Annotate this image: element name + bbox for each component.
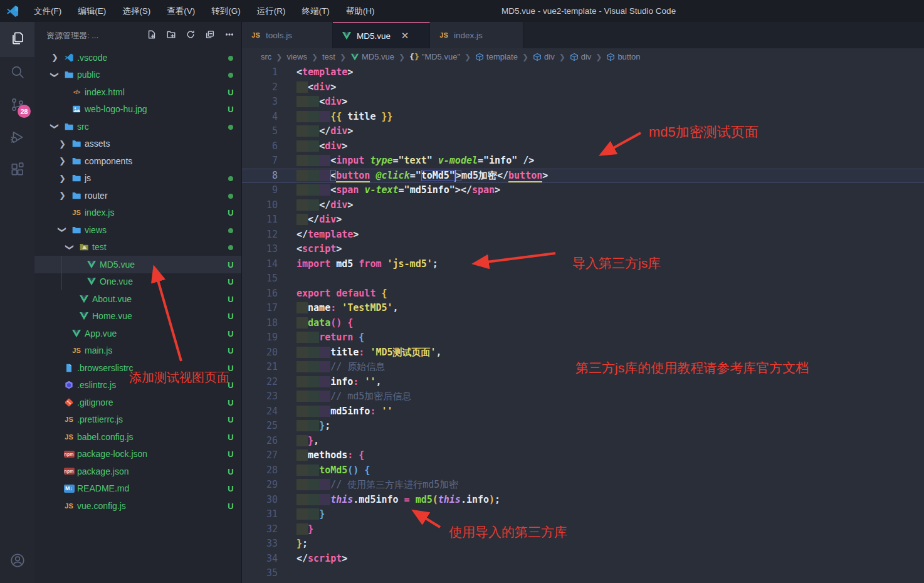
tree-item-package-lock.json[interactable]: npm package-lock.json U xyxy=(34,446,241,463)
code-line-6[interactable]: 6 <div> xyxy=(242,139,924,154)
code-line-30[interactable]: 30 this.md5info = md5(this.info); xyxy=(242,493,924,508)
tree-item-.prettierrc.js[interactable]: JS .prettierrc.js U xyxy=(34,411,241,429)
tree-item-components[interactable]: ❯ components xyxy=(34,152,241,170)
activitybar-search[interactable] xyxy=(0,57,34,90)
tree-item-views[interactable]: ❯ views xyxy=(34,221,241,239)
code-line-19[interactable]: 19 return { xyxy=(242,330,924,345)
tree-item-MD5.vue[interactable]: MD5.vue U xyxy=(34,256,241,273)
code-line-16[interactable]: 16export default { xyxy=(242,286,924,302)
breadcrumb-item[interactable]: test xyxy=(322,52,335,61)
tree-item-README.md[interactable]: M↓ README.md U xyxy=(34,480,241,498)
code-line-18[interactable]: 18 data() { xyxy=(242,316,924,331)
tab-tools.js[interactable]: JS tools.js xyxy=(242,22,333,48)
tree-item-public[interactable]: ❯ public xyxy=(34,66,241,84)
code-line-11[interactable]: 11 </div> xyxy=(242,213,924,228)
code-line-2[interactable]: 2 <div> xyxy=(242,80,924,95)
tree-item-index.html[interactable]: </> index.html U xyxy=(34,83,241,101)
tree-item-Home.vue[interactable]: Home.vue U xyxy=(34,308,241,325)
line-number: 10 xyxy=(242,198,278,213)
code-line-35[interactable]: 35 xyxy=(242,566,924,581)
code-line-33[interactable]: 33}; xyxy=(242,537,924,552)
menu-2[interactable]: 选择(S) xyxy=(114,0,159,22)
close-icon[interactable]: ✕ xyxy=(399,30,411,41)
menu-4[interactable]: 转到(G) xyxy=(203,0,249,22)
tree-item-src[interactable]: ❯ src xyxy=(34,118,241,135)
code-line-29[interactable]: 29 // 使用第三方库进行md5加密 xyxy=(242,478,924,493)
code-line-7[interactable]: 7 <input type="text" v-model="info" /> xyxy=(242,154,924,169)
menu-6[interactable]: 终端(T) xyxy=(294,0,338,22)
code-line-15[interactable]: 15 xyxy=(242,271,924,286)
code-line-26[interactable]: 26 }, xyxy=(242,434,924,449)
code-line-27[interactable]: 27 methods: { xyxy=(242,448,924,463)
tree-item-js[interactable]: ❯ js xyxy=(34,170,241,187)
code-line-3[interactable]: 3 <div> xyxy=(242,95,924,110)
code-line-14[interactable]: 14import md5 from 'js-md5'; xyxy=(242,257,924,272)
line-number: 6 xyxy=(242,139,278,154)
code-line-13[interactable]: 13<script> xyxy=(242,242,924,257)
code-editor[interactable]: 1<template> 2 <div> 3 <div> 4 {{ title }… xyxy=(242,65,924,583)
tree-item-.eslintrc.js[interactable]: .eslintrc.js U xyxy=(34,377,241,394)
code-line-22[interactable]: 22 info: '', xyxy=(242,375,924,390)
tree-item-package.json[interactable]: npm package.json U xyxy=(34,463,241,480)
breadcrumb-item[interactable]: div xyxy=(570,52,592,61)
tree-item-About.vue[interactable]: About.vue U xyxy=(34,290,241,308)
tree-item-.vscode[interactable]: ❯ .vscode xyxy=(34,49,241,66)
breadcrumb-item[interactable]: div xyxy=(533,52,555,61)
code-line-21[interactable]: 21 // 原始信息 xyxy=(242,360,924,375)
code-line-20[interactable]: 20 title: 'MD5测试页面', xyxy=(242,345,924,360)
menu-5[interactable]: 运行(R) xyxy=(249,0,294,22)
activitybar-extensions[interactable] xyxy=(0,155,34,187)
tree-item-One.vue[interactable]: One.vue U xyxy=(34,273,241,291)
code-line-1[interactable]: 1<template> xyxy=(242,65,924,80)
tree-item-web-logo-hu.jpg[interactable]: web-logo-hu.jpg U xyxy=(34,101,241,118)
activitybar-source-control[interactable]: 28 xyxy=(0,90,34,122)
new-file-button[interactable] xyxy=(146,30,157,41)
activitybar-run-debug[interactable] xyxy=(0,122,34,155)
tree-item-assets[interactable]: ❯ assets xyxy=(34,135,241,153)
code-line-8[interactable]: 8 <button @click="toMd5">md5加密</button> xyxy=(242,169,924,184)
activitybar-explorer[interactable] xyxy=(0,22,34,57)
line-number: 18 xyxy=(242,316,278,331)
tab-MD5.vue[interactable]: MD5.vue ✕ xyxy=(333,22,430,48)
breadcrumb-item[interactable]: {}"MD5.vue" xyxy=(409,52,460,61)
code-line-31[interactable]: 31 } xyxy=(242,507,924,522)
breadcrumb-item[interactable]: MD5.vue xyxy=(350,52,394,61)
code-line-12[interactable]: 12</template> xyxy=(242,228,924,243)
breadcrumb-item[interactable]: button xyxy=(606,52,640,61)
code-line-28[interactable]: 28 toMd5() { xyxy=(242,463,924,478)
refresh-button[interactable] xyxy=(185,30,196,41)
menu-0[interactable]: 文件(F) xyxy=(26,0,70,22)
code-line-9[interactable]: 9 <span v-text="md5info"></span> xyxy=(242,183,924,198)
breadcrumb-item[interactable]: template xyxy=(475,52,518,61)
tree-item-.browserslistrc[interactable]: .browserslistrc U xyxy=(34,359,241,377)
code-line-17[interactable]: 17 name: 'TestMD5', xyxy=(242,301,924,316)
code-line-24[interactable]: 24 md5info: '' xyxy=(242,404,924,419)
code-line-34[interactable]: 34</script> xyxy=(242,552,924,567)
git-untracked-badge: U xyxy=(228,88,233,97)
tree-item-router[interactable]: ❯ router xyxy=(34,187,241,204)
code-line-5[interactable]: 5 </div> xyxy=(242,124,924,139)
tree-item-index.js[interactable]: JS index.js U xyxy=(34,204,241,222)
code-line-32[interactable]: 32 } xyxy=(242,522,924,537)
code-line-4[interactable]: 4 {{ title }} xyxy=(242,110,924,125)
more-actions-button[interactable] xyxy=(224,30,235,41)
tree-item-vue.config.js[interactable]: JS vue.config.js U xyxy=(34,497,241,515)
new-folder-button[interactable] xyxy=(165,30,177,41)
breadcrumb-item[interactable]: src xyxy=(261,52,271,61)
code-line-23[interactable]: 23 // md5加密后信息 xyxy=(242,389,924,404)
tree-item-App.vue[interactable]: App.vue U xyxy=(34,325,241,342)
breadcrumb-item[interactable]: views xyxy=(286,52,307,61)
menu-3[interactable]: 查看(V) xyxy=(159,0,203,22)
tree-item-label: src xyxy=(77,122,220,132)
tree-item-babel.config.js[interactable]: JS babel.config.js U xyxy=(34,428,241,446)
collapse-all-button[interactable] xyxy=(204,30,216,41)
code-line-10[interactable]: 10 </div> xyxy=(242,198,924,213)
tree-item-main.js[interactable]: JS main.js U xyxy=(34,342,241,360)
activitybar-account[interactable] xyxy=(0,545,34,578)
menu-7[interactable]: 帮助(H) xyxy=(338,0,383,22)
tab-index.js[interactable]: JS index.js xyxy=(430,22,523,48)
menu-1[interactable]: 编辑(E) xyxy=(70,0,114,22)
tree-item-.gitignore[interactable]: .gitignore U xyxy=(34,394,241,411)
code-line-25[interactable]: 25 }; xyxy=(242,419,924,434)
tree-item-test[interactable]: ❯ test xyxy=(34,239,241,256)
